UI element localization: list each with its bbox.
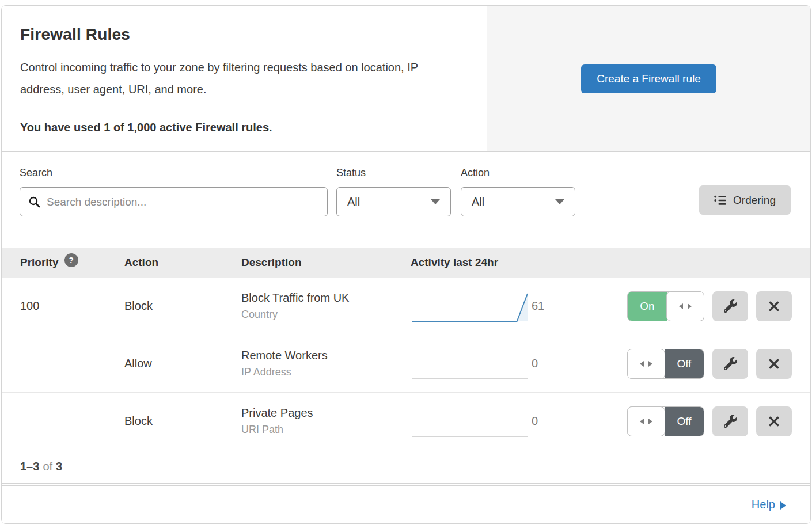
pagination-total: 3: [56, 460, 62, 473]
rule-match-type: Country: [241, 309, 411, 321]
status-selected-value: All: [347, 195, 360, 208]
page-header-section: Firewall Rules Control incoming traffic …: [2, 6, 810, 152]
rule-action: Block: [124, 299, 241, 313]
edit-rule-button[interactable]: [712, 349, 748, 379]
chevron-down-icon: [555, 199, 564, 204]
enable-toggle[interactable]: Off: [627, 349, 704, 379]
toggle-state-label: Off: [677, 358, 692, 370]
help-link[interactable]: Help: [752, 498, 786, 511]
rule-match-type: URI Path: [241, 424, 411, 436]
status-label: Status: [336, 167, 451, 179]
pagination-of: of: [43, 460, 52, 473]
rule-description: Remote Workers IP Address: [241, 349, 411, 378]
activity-count: 0: [532, 357, 583, 370]
help-link-label: Help: [752, 498, 775, 511]
toggle-drag-handle[interactable]: [627, 349, 665, 379]
enable-toggle[interactable]: On: [627, 291, 704, 321]
wrench-icon: [724, 299, 737, 313]
rule-action: Allow: [124, 357, 241, 370]
search-icon: [28, 196, 41, 208]
delete-rule-button[interactable]: [756, 291, 792, 321]
create-rule-panel: Create a Firewall rule: [487, 6, 810, 151]
ordering-button-label: Ordering: [733, 194, 776, 207]
rule-priority: 100: [20, 299, 124, 313]
left-right-arrows-icon: [639, 360, 653, 367]
rule-action: Block: [124, 415, 241, 428]
usage-note: You have used 1 of 1,000 active Firewall…: [20, 121, 468, 134]
table-header-row: Priority ? Action Description Activity l…: [2, 248, 810, 278]
rule-description: Private Pages URI Path: [241, 406, 411, 436]
edit-rule-button[interactable]: [712, 291, 748, 321]
close-icon: [768, 415, 780, 428]
filter-bar: Search Status All Action All: [2, 152, 810, 248]
activity-count: 61: [532, 299, 583, 313]
ordered-list-icon: [714, 195, 726, 206]
column-description: Description: [241, 256, 302, 269]
arrow-right-icon: [780, 501, 786, 510]
page-header-text: Firewall Rules Control incoming traffic …: [2, 6, 487, 151]
toggle-state-label: On: [640, 300, 654, 313]
column-priority: Priority: [20, 256, 59, 269]
ordering-button[interactable]: Ordering: [699, 185, 791, 215]
close-icon: [768, 358, 780, 370]
activity-sparkline: [411, 404, 532, 439]
status-select[interactable]: All: [336, 187, 451, 216]
rule-name: Private Pages: [241, 406, 411, 420]
chevron-down-icon: [431, 199, 440, 204]
left-right-arrows-icon: [639, 418, 653, 425]
rule-match-type: IP Address: [241, 366, 411, 378]
action-selected-value: All: [472, 195, 484, 208]
toggle-drag-handle[interactable]: [627, 406, 665, 436]
toggle-state-label: Off: [677, 415, 692, 428]
activity-count: 0: [532, 415, 583, 428]
page-description: Control incoming traffic to your zone by…: [20, 56, 464, 100]
help-bar: Help: [2, 485, 810, 523]
rule-name: Remote Workers: [241, 349, 411, 362]
delete-rule-button[interactable]: [756, 406, 792, 436]
table-row: Allow Remote Workers IP Address 0 Off: [2, 335, 810, 393]
action-select[interactable]: All: [461, 187, 575, 216]
search-label: Search: [20, 167, 328, 179]
rules-table-body: 100 Block Block Traffic from UK Country …: [2, 278, 810, 450]
rule-description: Block Traffic from UK Country: [241, 291, 411, 321]
rule-name: Block Traffic from UK: [241, 291, 411, 305]
column-action: Action: [124, 256, 158, 269]
edit-rule-button[interactable]: [712, 406, 748, 436]
action-label: Action: [461, 167, 575, 179]
pagination-bar: 1–3 of 3: [2, 450, 810, 484]
table-row: 100 Block Block Traffic from UK Country …: [2, 278, 810, 335]
activity-sparkline: [411, 347, 532, 381]
pagination-range: 1–3: [20, 460, 39, 473]
firewall-rules-card: Firewall Rules Control incoming traffic …: [1, 5, 811, 524]
page-title: Firewall Rules: [20, 25, 468, 44]
wrench-icon: [724, 357, 737, 370]
search-input[interactable]: [47, 196, 319, 208]
column-activity: Activity last 24hr: [411, 256, 498, 269]
enable-toggle[interactable]: Off: [627, 406, 704, 436]
search-box[interactable]: [20, 187, 328, 216]
activity-sparkline: [411, 289, 532, 324]
create-firewall-rule-button[interactable]: Create a Firewall rule: [581, 64, 716, 93]
toggle-drag-handle[interactable]: [666, 291, 704, 321]
wrench-icon: [724, 415, 737, 428]
left-right-arrows-icon: [678, 303, 692, 310]
delete-rule-button[interactable]: [756, 349, 792, 379]
close-icon: [768, 300, 780, 313]
table-row: Block Private Pages URI Path 0 Off: [2, 393, 810, 450]
priority-help-icon[interactable]: ?: [64, 253, 78, 267]
